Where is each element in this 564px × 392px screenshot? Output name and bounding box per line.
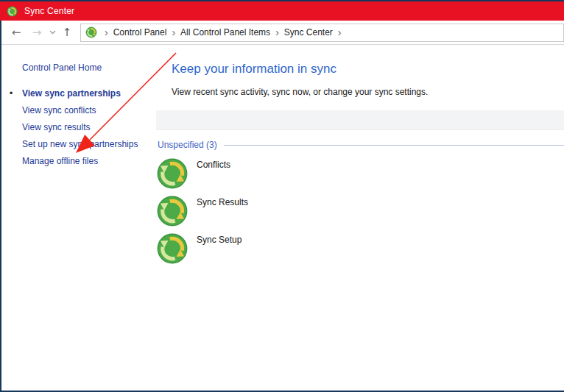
back-button[interactable]: ← bbox=[6, 22, 27, 43]
list-item-label: Sync Results bbox=[197, 197, 248, 207]
list-item-label: Sync Setup bbox=[197, 235, 242, 245]
breadcrumb-sync-center[interactable]: Sync Center bbox=[284, 27, 333, 38]
sidebar-item-label: View sync results bbox=[22, 122, 90, 132]
group-header-unspecified[interactable]: Unspecified (3) bbox=[158, 140, 564, 150]
sidebar-item-view-sync-partnerships[interactable]: • View sync partnerships bbox=[22, 85, 156, 102]
sidebar-item-set-up-new-sync-partnerships[interactable]: Set up new sync partnerships bbox=[22, 136, 156, 153]
chevron-down-icon[interactable] bbox=[47, 22, 57, 43]
breadcrumb-control-panel[interactable]: Control Panel bbox=[113, 27, 167, 38]
breadcrumb-separator: › bbox=[166, 27, 180, 38]
group-label: Unspecified (3) bbox=[158, 140, 217, 150]
sidebar-item-label: View sync partnerships bbox=[22, 88, 121, 99]
list-item-conflicts[interactable]: Conflicts bbox=[156, 157, 564, 190]
active-bullet-icon: • bbox=[10, 85, 13, 102]
sidebar-item-view-sync-results[interactable]: View sync results bbox=[22, 119, 156, 136]
sync-icon bbox=[156, 232, 188, 265]
sidebar-item-label: Manage offline files bbox=[22, 156, 98, 166]
group-divider bbox=[224, 145, 564, 146]
sidebar-item-manage-offline-files[interactable]: Manage offline files bbox=[22, 153, 156, 170]
list-item-sync-setup[interactable]: Sync Setup bbox=[156, 232, 564, 265]
main-pane: Keep your information in sync View recen… bbox=[156, 45, 564, 391]
sidebar-item-view-sync-conflicts[interactable]: View sync conflicts bbox=[22, 102, 156, 119]
window-title: Sync Center bbox=[24, 6, 74, 16]
sync-icon bbox=[156, 157, 188, 190]
breadcrumb-separator: › bbox=[99, 27, 113, 38]
forward-button[interactable]: → bbox=[27, 22, 47, 43]
sidebar-item-label: View sync conflicts bbox=[22, 105, 96, 115]
breadcrumb-separator: › bbox=[333, 27, 347, 38]
list-item-label: Conflicts bbox=[197, 160, 230, 170]
up-button[interactable]: ↑ bbox=[57, 22, 77, 43]
sidebar-item-label: Set up new sync partnerships bbox=[22, 139, 138, 149]
titlebar[interactable]: Sync Center bbox=[0, 1, 564, 21]
command-bar bbox=[156, 110, 564, 130]
location-sync-icon[interactable] bbox=[85, 26, 97, 38]
breadcrumb-separator: › bbox=[270, 27, 284, 38]
list-item-sync-results[interactable]: Sync Results bbox=[156, 195, 564, 227]
page-title: Keep your information in sync bbox=[172, 62, 564, 76]
page-subtitle: View recent sync activity, sync now, or … bbox=[172, 87, 564, 97]
sidebar-item-control-panel-home[interactable]: Control Panel Home bbox=[22, 60, 156, 76]
address-bar[interactable]: › Control Panel › All Control Panel Item… bbox=[80, 24, 564, 42]
sync-center-app-icon bbox=[7, 6, 18, 17]
task-pane: Control Panel Home • View sync partnersh… bbox=[1, 45, 156, 391]
breadcrumb-all-items[interactable]: All Control Panel Items bbox=[180, 27, 270, 38]
sync-icon bbox=[156, 195, 188, 227]
sync-center-window: Sync Center ← → ↑ › Control Panel › All … bbox=[0, 0, 564, 392]
items-list: Conflicts Sync Results Sync Setup bbox=[156, 157, 564, 265]
sidebar-item-label: Control Panel Home bbox=[22, 63, 102, 73]
navigation-bar: ← → ↑ › Control Panel › All Control Pane… bbox=[1, 21, 564, 45]
